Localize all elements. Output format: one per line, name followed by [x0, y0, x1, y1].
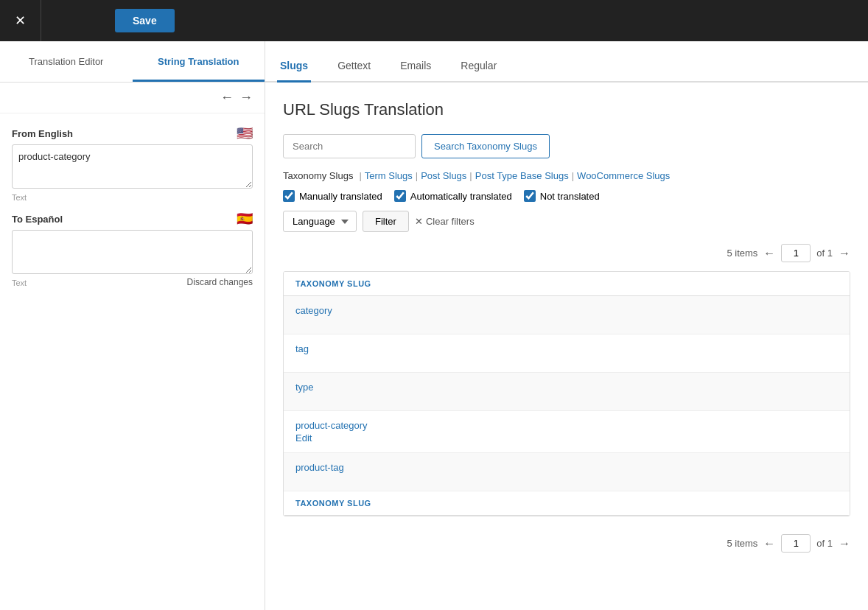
lang-filter-row: Language Filter ✕ Clear filters — [283, 211, 850, 232]
right-content: URL Slugs Translation Search Taxonomy Sl… — [265, 83, 868, 610]
bottom-pagination: 5 items ← of 1 → — [283, 528, 850, 558]
clear-filters-button[interactable]: ✕ Clear filters — [415, 216, 475, 227]
slug-table: TAXONOMY SLUG category tag type product-… — [283, 271, 850, 516]
checkbox-not-translated[interactable]: Not translated — [524, 190, 600, 202]
slug-link-product-tag[interactable]: product-tag — [295, 462, 344, 473]
prev-page-button-bottom[interactable]: ← — [763, 537, 775, 550]
page-of-top: of 1 — [816, 248, 833, 259]
right-tabs: Slugs Gettext Emails Regular — [265, 41, 868, 83]
table-row: type — [284, 373, 850, 411]
post-slugs-link[interactable]: Post Slugs — [421, 170, 466, 181]
to-textarea[interactable] — [12, 230, 253, 274]
taxonomy-slugs-label: Taxonomy Slugs — [283, 170, 353, 181]
search-taxonomy-button[interactable]: Search Taxonomy Slugs — [421, 134, 550, 158]
next-page-button-top[interactable]: → — [839, 247, 850, 260]
from-textarea[interactable]: product-category — [12, 144, 253, 189]
next-page-button-bottom[interactable]: → — [839, 537, 850, 550]
left-panel: Translation Editor String Translation ← … — [0, 41, 265, 610]
table-footer-header: TAXONOMY SLUG — [284, 491, 850, 516]
to-field: To Español 🇪🇸 Text Discard changes — [12, 211, 253, 287]
tab-gettext[interactable]: Gettext — [335, 60, 374, 83]
top-pagination: 5 items ← of 1 → — [283, 244, 850, 262]
prev-page-button-top[interactable]: ← — [763, 247, 775, 260]
table-row: product-tag — [284, 453, 850, 491]
close-icon: ✕ — [15, 13, 26, 29]
items-count-bottom: 5 items — [727, 538, 757, 549]
items-count-top: 5 items — [727, 248, 757, 259]
from-label: From English — [12, 128, 73, 139]
right-panel: Slugs Gettext Emails Regular URL Slugs T… — [265, 41, 868, 610]
woocommerce-slugs-link[interactable]: WooCommerce Slugs — [577, 170, 670, 181]
checkbox-manually-translated-input[interactable] — [283, 190, 295, 202]
redo-button[interactable]: → — [239, 90, 253, 105]
checkbox-row: Manually translated Automatically transl… — [283, 190, 850, 202]
filter-button[interactable]: Filter — [363, 211, 409, 232]
slug-link-type[interactable]: type — [295, 382, 314, 393]
discard-button[interactable]: Discard changes — [187, 277, 253, 287]
post-type-base-slugs-link[interactable]: Post Type Base Slugs — [475, 170, 569, 181]
save-button[interactable]: Save — [115, 9, 175, 32]
slug-edit-link-product-category[interactable]: Edit — [295, 432, 838, 444]
to-label: To Español — [12, 214, 63, 225]
to-label-row: To Español 🇪🇸 — [12, 211, 253, 227]
table-header: TAXONOMY SLUG — [284, 272, 850, 296]
page-input-bottom[interactable] — [781, 534, 811, 553]
tab-string-translation[interactable]: String Translation — [133, 41, 265, 82]
from-hint: Text — [12, 193, 253, 202]
search-input[interactable] — [283, 134, 416, 158]
from-label-row: From English 🇺🇸 — [12, 125, 253, 141]
tab-slugs[interactable]: Slugs — [277, 60, 311, 83]
page-title: URL Slugs Translation — [283, 100, 850, 119]
tab-translation-editor[interactable]: Translation Editor — [0, 41, 133, 82]
table-row: product-category Edit — [284, 411, 850, 453]
translation-editor: From English 🇺🇸 product-category Text To… — [0, 113, 265, 610]
checkbox-automatically-translated-input[interactable] — [394, 190, 406, 202]
clear-filters-x-icon: ✕ — [415, 216, 423, 227]
left-tabs: Translation Editor String Translation — [0, 41, 265, 83]
slug-link-tag[interactable]: tag — [295, 343, 309, 354]
field-actions: Text Discard changes — [12, 277, 253, 287]
from-flag: 🇺🇸 — [237, 125, 253, 141]
from-field: From English 🇺🇸 product-category Text — [12, 125, 253, 202]
term-slugs-link[interactable]: Term Slugs — [365, 170, 413, 181]
tab-emails[interactable]: Emails — [397, 60, 434, 83]
to-flag: 🇪🇸 — [237, 211, 253, 227]
page-of-bottom: of 1 — [816, 538, 833, 549]
checkbox-not-translated-input[interactable] — [524, 190, 536, 202]
main-layout: Translation Editor String Translation ← … — [0, 41, 868, 610]
page-input-top[interactable] — [781, 244, 811, 262]
to-hint: Text — [12, 278, 27, 287]
undo-redo-bar: ← → — [0, 83, 265, 113]
table-row: tag — [284, 334, 850, 373]
slug-link-product-category[interactable]: product-category — [295, 420, 368, 431]
top-bar: ✕ Save — [0, 0, 868, 41]
checkbox-manually-translated[interactable]: Manually translated — [283, 190, 382, 202]
filter-links: Taxonomy Slugs | Term Slugs | Post Slugs… — [283, 170, 850, 181]
slug-link-category[interactable]: category — [295, 305, 332, 316]
close-button[interactable]: ✕ — [0, 0, 41, 41]
table-row: category — [284, 296, 850, 334]
language-dropdown[interactable]: Language — [283, 211, 357, 232]
tab-regular[interactable]: Regular — [458, 60, 500, 83]
undo-button[interactable]: ← — [220, 90, 234, 105]
checkbox-automatically-translated[interactable]: Automatically translated — [394, 190, 512, 202]
search-row: Search Taxonomy Slugs — [283, 134, 850, 158]
